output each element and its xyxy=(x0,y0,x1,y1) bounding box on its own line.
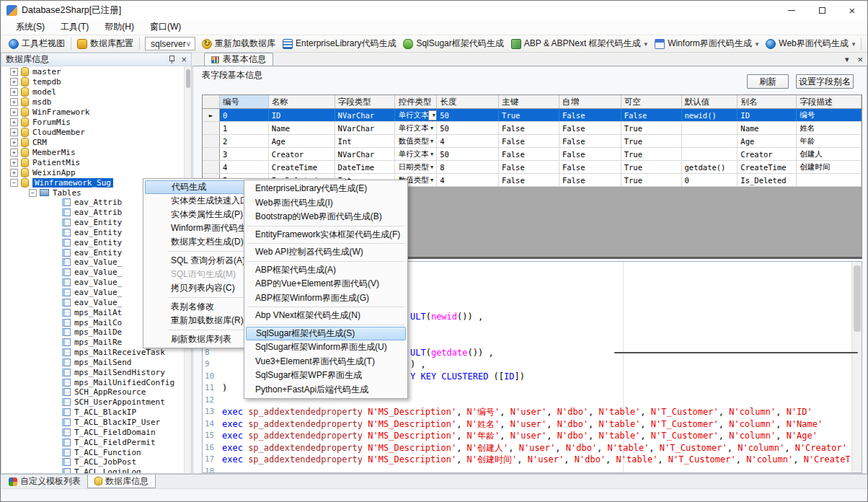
grid-cell[interactable]: True xyxy=(621,161,682,173)
grid-cell[interactable]: ID xyxy=(269,109,335,121)
toolbar-button-退出[interactable]: ×退出 xyxy=(864,36,868,51)
menubar-item-0[interactable]: 系统(S) xyxy=(8,19,53,35)
grid-cell[interactable]: getdate() xyxy=(682,161,738,173)
expand-toggle-icon[interactable]: + xyxy=(10,169,18,177)
grid-cell[interactable]: Creator xyxy=(738,148,797,160)
expand-toggle-icon[interactable]: + xyxy=(10,98,18,106)
dropdown-arrow-icon[interactable]: ▼ xyxy=(430,138,433,144)
submenu-item-SqlSugar框架WPF界面生成[interactable]: SqlSugar框架WPF界面生成 xyxy=(246,369,406,383)
column-header-控件类型[interactable]: 控件类型 xyxy=(395,95,437,108)
grid-cell[interactable]: False xyxy=(621,109,682,121)
editor-scrollbar-thumb[interactable] xyxy=(854,265,861,332)
grid-cell[interactable]: False xyxy=(559,122,621,134)
grid-cell[interactable]: 4 xyxy=(220,161,269,173)
close-button[interactable]: × xyxy=(837,1,867,19)
grid-cell[interactable]: True xyxy=(499,109,559,121)
grid-cell[interactable] xyxy=(682,148,738,160)
expand-toggle-icon[interactable]: + xyxy=(10,108,18,116)
expand-toggle-icon[interactable]: + xyxy=(10,78,18,86)
grid-cell[interactable]: False xyxy=(499,174,559,186)
grid-cell[interactable]: NVarChar xyxy=(335,122,396,134)
expand-toggle-icon[interactable]: + xyxy=(10,159,18,167)
column-header-长度[interactable]: 长度 xyxy=(437,95,499,108)
grid-cell[interactable]: 数值类型▼ xyxy=(395,135,437,147)
column-header-自增[interactable]: 自增 xyxy=(559,95,621,108)
submenu-item-ABP的Vue+Element界面代码(V)[interactable]: ABP的Vue+Element界面代码(V) xyxy=(246,277,406,291)
grid-cell[interactable]: False xyxy=(559,148,621,160)
tree-node-mps_MailReceiveTask[interactable]: mps_MailReceiveTask xyxy=(1,348,184,358)
tab-list-dropdown-icon[interactable]: ▾ xyxy=(845,55,849,64)
close-document-icon[interactable]: × xyxy=(857,54,863,65)
submenu-item-Web API控制器代码生成(W)[interactable]: Web API控制器代码生成(W) xyxy=(246,245,406,260)
grid-cell[interactable]: 50 xyxy=(437,109,499,121)
submenu-item-ABP框架代码生成(A)[interactable]: ABP框架代码生成(A) xyxy=(246,263,406,278)
toolbar-button-SqlSugar框架代码生成[interactable]: SqlSugar框架代码生成 xyxy=(399,36,507,51)
submenu-item-SqlSugar框架Winform界面生成(U)[interactable]: SqlSugar框架Winform界面生成(U) xyxy=(246,340,406,355)
submenu-item-EnterpriseLibrary代码生成(E)[interactable]: EnterpriseLibrary代码生成(E) xyxy=(246,182,406,196)
toolbar-button-Web界面代码生成[interactable]: Web界面代码生成▾ xyxy=(762,36,859,51)
menubar-item-1[interactable]: 工具(T) xyxy=(53,19,97,35)
grid-cell[interactable]: Age xyxy=(738,135,797,147)
submenu-item-SqlSugar框架代码生成(S)[interactable]: SqlSugar框架代码生成(S) xyxy=(246,327,406,341)
grid-cell[interactable]: True xyxy=(621,122,682,134)
column-header-编号[interactable]: 编号 xyxy=(220,95,269,108)
horizontal-scrollbar-thumb[interactable] xyxy=(614,352,858,353)
grid-cell[interactable]: 单行文本▼ xyxy=(395,109,437,121)
tree-node-model[interactable]: +model xyxy=(1,87,184,97)
tree-node-T_ACL_FieldDomain[interactable]: T_ACL_FieldDomain xyxy=(1,427,184,437)
grid-cell[interactable] xyxy=(797,174,862,186)
toolbar-button-重新加载数据库[interactable]: ↻重新加载数据库 xyxy=(198,36,279,51)
tree-node-msdb[interactable]: +msdb xyxy=(1,97,184,107)
expand-toggle-icon[interactable]: + xyxy=(10,88,18,96)
menubar-item-3[interactable]: 窗口(W) xyxy=(142,19,189,35)
grid-cell[interactable]: Name xyxy=(738,122,797,134)
grid-cell[interactable]: 2 xyxy=(220,135,269,147)
submenu-item-Vue3+Element界面代码生成(T)[interactable]: Vue3+Element界面代码生成(T) xyxy=(246,355,406,369)
expand-toggle-icon[interactable]: − xyxy=(10,179,18,187)
grid-cell[interactable]: Name xyxy=(269,122,335,134)
grid-cell[interactable]: False xyxy=(499,122,559,134)
tree-node-master[interactable]: +master xyxy=(1,66,184,76)
grid-cell[interactable]: 姓名 xyxy=(797,122,862,134)
tree-node-ForumMis[interactable]: +ForumMis xyxy=(1,117,184,127)
tree-node-mps_MailUnifiedConfig[interactable]: mps_MailUnifiedConfig xyxy=(1,377,184,387)
grid-cell[interactable]: 年龄 xyxy=(797,135,862,147)
tree-node-tempdb[interactable]: +tempdb xyxy=(1,76,184,87)
grid-cell[interactable]: Int xyxy=(335,135,396,147)
maximize-button[interactable] xyxy=(807,1,837,19)
row-header-cell[interactable]: ► xyxy=(203,109,220,121)
tree-node-T_ACL_Function[interactable]: T_ACL_Function xyxy=(1,447,184,457)
dropdown-arrow-icon[interactable]: ▼ xyxy=(430,177,433,183)
column-header-名称[interactable]: 名称 xyxy=(269,95,335,108)
grid-cell[interactable]: 日期类型▼ xyxy=(395,161,437,173)
column-header-别名[interactable]: 别名 xyxy=(738,95,797,108)
grid-cell[interactable]: True xyxy=(621,174,682,186)
expand-toggle-icon[interactable]: − xyxy=(29,189,37,197)
tree-scrollbar-thumb[interactable] xyxy=(186,69,190,88)
grid-cell[interactable] xyxy=(682,135,738,147)
grid-cell[interactable]: False xyxy=(559,161,621,173)
grid-cell[interactable] xyxy=(682,122,738,134)
dropdown-arrow-icon[interactable]: ▼ xyxy=(430,126,433,131)
dropdown-arrow-icon[interactable]: ▼ xyxy=(430,151,433,157)
toolbar-button-Winform界面代码生成[interactable]: Winform界面代码生成▾ xyxy=(651,36,762,51)
row-header-cell[interactable] xyxy=(203,135,220,147)
dropdown-arrow-icon[interactable]: ▼ xyxy=(430,164,433,170)
grid-cell[interactable]: NVarChar xyxy=(335,109,396,121)
minimize-button[interactable] xyxy=(776,1,807,19)
grid-cell[interactable]: CreateTime xyxy=(269,161,335,173)
tree-node-PatientMis[interactable]: +PatientMis xyxy=(1,157,184,167)
tree-node-WeixinApp[interactable]: +WeixinApp xyxy=(1,167,184,177)
submenu-item-EntityFramework实体框架代码生成(F)[interactable]: EntityFramework实体框架代码生成(F) xyxy=(246,228,406,242)
column-header-字段描述[interactable]: 字段描述 xyxy=(797,95,862,108)
expand-toggle-icon[interactable]: + xyxy=(10,68,18,76)
tree-node-SCH_AppResource[interactable]: SCH_AppResource xyxy=(1,387,184,397)
grid-cell[interactable]: False xyxy=(499,148,559,160)
grid-cell[interactable]: 4 xyxy=(437,135,499,147)
bottom-tab-数据库信息[interactable]: 数据库信息 xyxy=(87,475,156,488)
grid-cell[interactable]: 50 xyxy=(437,122,499,134)
grid-cell[interactable]: 创建时间 xyxy=(797,161,862,173)
submenu-item-Bootstrap的Web界面代码生成(B)[interactable]: Bootstrap的Web界面代码生成(B) xyxy=(246,210,406,224)
toolbar-button-ABP & ABPNext 框架代码生成[interactable]: ABP & ABPNext 框架代码生成▾ xyxy=(508,36,651,51)
pin-icon[interactable] xyxy=(168,56,175,63)
